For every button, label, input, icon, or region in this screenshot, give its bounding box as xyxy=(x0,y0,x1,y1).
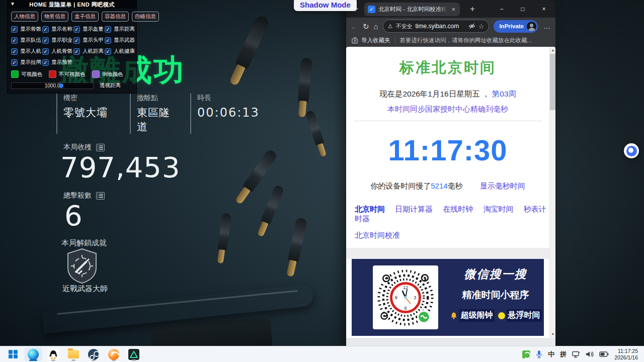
delta-force-icon xyxy=(128,349,139,360)
favorite-star-icon[interactable]: ☆ xyxy=(478,23,485,30)
esp-checkbox[interactable]: ✓人机健康 xyxy=(105,48,135,55)
checkbox-checked-icon: ✓ xyxy=(73,48,80,55)
scroll-up-arrow[interactable]: ▲ xyxy=(550,47,555,54)
ime-pinyin-indicator[interactable]: 拼 xyxy=(560,350,567,359)
bell-icon xyxy=(450,312,458,320)
start-button[interactable] xyxy=(4,347,22,361)
tray-green-app-icon[interactable] xyxy=(522,350,530,358)
shadow-mode-tooltip: Shadow Mode xyxy=(294,0,357,11)
tab-close-icon[interactable]: × xyxy=(450,6,456,13)
esp-checkbox[interactable]: ✓显示拉闸 xyxy=(11,59,41,66)
hud-value: 零號大壩 xyxy=(63,106,116,120)
wechat-miniprogram-banner[interactable]: 12 3 6 9 微信搜一搜 xyxy=(352,259,544,336)
sync-line: 本时间同步国家授时中心精确到毫秒 xyxy=(346,105,549,114)
tab-container-info[interactable]: 容器信息 xyxy=(102,12,129,22)
checkbox-checked-icon: ✓ xyxy=(42,26,49,33)
esp-checkbox[interactable]: ✓人机骨骼 xyxy=(42,48,72,55)
favorites-hint-text: 若要进行快速访问，请将你的网址收藏放在此收藏... xyxy=(400,37,532,44)
downed-color-option[interactable]: 倒地颜色 xyxy=(92,70,123,78)
hud-duration-value: 00:06:13 xyxy=(197,106,251,120)
esp-checkbox[interactable]: ✓显示名称 xyxy=(42,26,72,33)
tab-character-info[interactable]: 人物信息 xyxy=(11,12,38,22)
tracking-prevention-icon[interactable] xyxy=(468,23,475,30)
checkbox-checked-icon: ✓ xyxy=(42,48,49,55)
volume-icon[interactable] xyxy=(586,351,594,357)
microphone-icon[interactable] xyxy=(536,350,542,358)
import-favorites-button[interactable]: 导入收藏夹 xyxy=(352,37,390,44)
list-icon[interactable] xyxy=(96,192,105,200)
browser-tab[interactable]: ✓ 北京时间 - 北京时间校准精确到毫秒 × xyxy=(364,3,460,16)
close-window-button[interactable]: × xyxy=(533,0,554,18)
ime-language-indicator[interactable]: 中 xyxy=(548,350,554,359)
page-scrollbar[interactable]: ▲ ▼ xyxy=(549,47,555,338)
banner-texts: 微信搜一搜 精准时间小程序 超级闹钟 悬浮时间 xyxy=(450,259,541,336)
cheat-menu-tabs: 人物信息 物资信息 盒子信息 容器信息 自瞄信息 xyxy=(8,9,136,24)
taskbar-qq-button[interactable] xyxy=(44,347,62,361)
esp-checkbox[interactable]: ✓显示队伍 xyxy=(11,37,41,44)
esp-checkbox[interactable]: ✓显示骨骼 xyxy=(11,26,41,33)
esp-checkbox[interactable]: ✓显示血量 xyxy=(73,26,104,33)
esp-checkbox[interactable]: ✓显示头甲 xyxy=(73,37,104,44)
battery-icon[interactable] xyxy=(599,351,609,357)
tab-box-info[interactable]: 盒子信息 xyxy=(71,12,99,22)
scroll-down-arrow[interactable]: ▼ xyxy=(550,331,555,338)
home-button[interactable]: ⌂ xyxy=(374,23,378,30)
distance-slider[interactable]: 1000.0 xyxy=(11,82,94,89)
collapse-triangle-icon[interactable]: ▼ xyxy=(10,1,15,7)
nav-link-time-calibration[interactable]: 北京时间校准 xyxy=(355,231,400,239)
url-text[interactable]: time.syiban.com xyxy=(416,23,459,30)
esp-checkbox[interactable]: ✓人机距离 xyxy=(73,48,104,55)
taskbar-steam-button[interactable] xyxy=(85,347,103,361)
settings-more-icon[interactable]: … xyxy=(543,22,551,30)
tab-supplies-info[interactable]: 物资信息 xyxy=(41,12,68,22)
banner-badge-alarm: 超级闹钟 xyxy=(459,309,495,322)
nav-link-date-calculator[interactable]: 日期计算器 xyxy=(395,205,433,213)
esp-checkbox[interactable]: ✓显示距离 xyxy=(105,26,135,33)
device-offset-line: 你的设备时间慢了5214毫秒 显示毫秒时间 xyxy=(346,182,549,191)
minimize-button[interactable]: − xyxy=(491,0,512,18)
taskbar-delta-force-button[interactable] xyxy=(125,347,143,361)
visible-color-option[interactable]: 可视颜色 xyxy=(11,70,42,78)
refresh-button[interactable]: ↻ xyxy=(363,23,369,30)
esp-checkbox[interactable]: ✓显示预警 xyxy=(42,59,72,66)
system-tray: 中 拼 11:17:25 2026/1/16 xyxy=(522,348,640,360)
security-label[interactable]: 不安全 xyxy=(396,23,413,30)
week-number-link[interactable]: 第03周 xyxy=(492,89,516,98)
slider-knob[interactable] xyxy=(59,83,63,88)
color-swatch[interactable] xyxy=(49,70,56,78)
taskbar-launcher-button[interactable] xyxy=(105,347,123,361)
date-line: 现在是2026年1月16日星期五 ， 第03周 xyxy=(346,89,549,100)
taskbar-clock[interactable]: 11:17:25 2026/1/16 xyxy=(614,348,638,360)
kills-value: 6 xyxy=(64,199,83,232)
taskbar-explorer-button[interactable] xyxy=(64,347,83,361)
nav-link-online-clock[interactable]: 在线时钟 xyxy=(443,205,473,213)
show-milliseconds-link[interactable]: 显示毫秒时间 xyxy=(480,182,525,190)
esp-checkbox[interactable]: ✓显示武器 xyxy=(105,37,135,44)
checkbox-label: 显示人机 xyxy=(20,48,41,55)
achievement-badge-icon xyxy=(66,248,98,286)
back-button[interactable]: ← xyxy=(351,23,358,30)
not-secure-warning-icon: ⚠ xyxy=(388,23,393,30)
color-swatch[interactable] xyxy=(92,70,100,78)
esp-checkbox[interactable]: ✓显示职业 xyxy=(42,37,72,44)
offset-milliseconds: 5214 xyxy=(431,182,447,190)
taskbar-edge-button[interactable] xyxy=(24,347,42,361)
scrollbar-thumb[interactable] xyxy=(550,54,555,110)
cheat-menu-titlebar: ▼ HOME 显隐菜单 | END 网吧模式 xyxy=(8,1,136,9)
tab-aimbot-info[interactable]: 自瞄信息 xyxy=(132,12,159,22)
sync-source-link[interactable]: 本时间同步国家授时中心精确到毫秒 xyxy=(387,105,508,113)
import-favorites-label: 导入收藏夹 xyxy=(361,37,390,44)
maximize-button[interactable]: □ xyxy=(512,0,533,18)
color-swatch[interactable] xyxy=(11,70,19,78)
esp-checkbox[interactable]: ✓显示人机 xyxy=(11,48,41,55)
nav-link-taobao-time[interactable]: 淘宝时间 xyxy=(484,205,514,213)
display-cast-icon[interactable] xyxy=(572,351,580,358)
list-icon[interactable] xyxy=(96,144,105,151)
inprivate-badge[interactable]: InPrivate xyxy=(494,20,538,33)
invisible-color-option[interactable]: 不可视颜色 xyxy=(49,70,86,78)
nav-link-beijing-time[interactable]: 北京时间 xyxy=(355,205,385,213)
address-bar[interactable]: ⚠ 不安全 time.syiban.com ☆ xyxy=(383,20,490,33)
floating-assistant-button[interactable] xyxy=(624,143,639,158)
checkbox-label: 显示头甲 xyxy=(83,37,104,44)
new-tab-button[interactable]: + xyxy=(466,3,479,16)
